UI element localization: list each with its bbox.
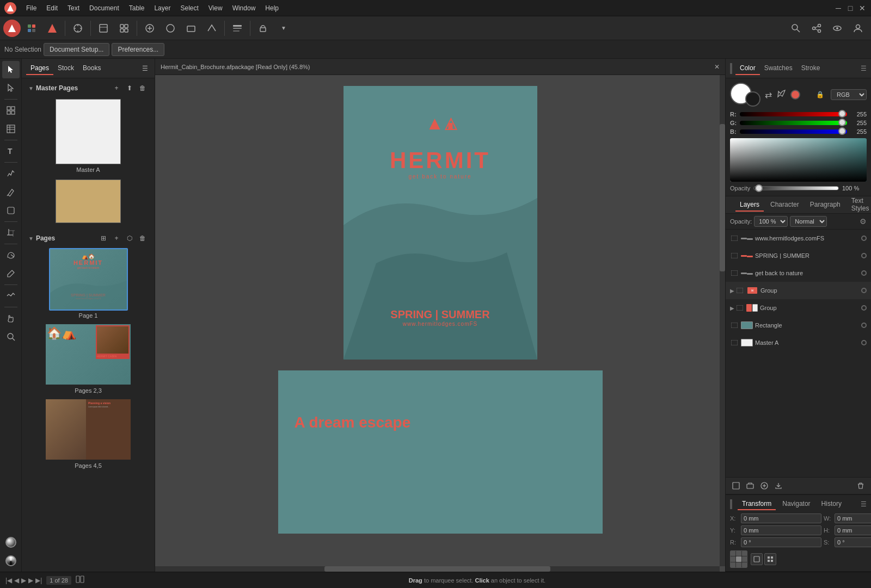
preferences-button[interactable]: Preferences...	[112, 43, 164, 56]
first-page-btn[interactable]: |◀	[5, 577, 12, 584]
color-panel-menu[interactable]: ☰	[861, 65, 867, 72]
fill-tool[interactable]	[2, 246, 20, 264]
pages-scroll-area[interactable]: ▼ Master Pages + ⬆ 🗑 Master A ▼ Pages	[22, 78, 155, 572]
menu-layer[interactable]: Layer	[150, 2, 175, 14]
layer-vis-tagline[interactable]	[730, 269, 739, 277]
g-slider[interactable]	[740, 121, 847, 125]
view-btn[interactable]	[827, 18, 847, 38]
text-flow-btn[interactable]	[228, 18, 247, 38]
duplicate-page-btn[interactable]: ⬡	[124, 233, 135, 244]
layer-dot-url[interactable]	[861, 236, 867, 241]
layer-item-tagline[interactable]: get back to nature	[726, 264, 871, 282]
r-rotation-input[interactable]	[741, 537, 821, 547]
pen-tool[interactable]	[2, 165, 20, 182]
view-pages-btn[interactable]: ⊞	[98, 233, 109, 244]
b-slider[interactable]	[740, 129, 847, 134]
origin-tc[interactable]	[736, 551, 741, 556]
grid-tool[interactable]	[2, 102, 20, 119]
hand-tool[interactable]	[2, 310, 20, 327]
close-button[interactable]: ✕	[858, 4, 867, 13]
pages-45-item[interactable]: Planning a vision Lorem ipsum dolor sit …	[24, 396, 152, 471]
layer-vis-group-hermit[interactable]	[735, 286, 744, 295]
pages-panel-menu[interactable]: ☰	[139, 63, 150, 74]
layers-blend-select[interactable]: Normal Multiply Screen	[790, 216, 827, 227]
layer-item-url[interactable]: www.hermitlodges.comFS	[726, 230, 871, 247]
spread-view-icon[interactable]	[76, 575, 84, 585]
import-layer-btn[interactable]	[758, 480, 770, 492]
lock-icon[interactable]: 🔒	[816, 91, 824, 98]
lock-guides-btn[interactable]	[253, 18, 273, 38]
gradient-tool[interactable]	[2, 552, 20, 570]
layer-dot-tagline[interactable]	[861, 270, 867, 276]
canvas-scroll-area[interactable]: HERMIT get back to nature SPRING | SUMME…	[155, 75, 725, 572]
vector-btn[interactable]	[202, 18, 222, 38]
menu-text[interactable]: Text	[63, 2, 84, 14]
panel-collapse-btn[interactable]	[730, 63, 732, 74]
menu-select[interactable]: Select	[176, 2, 203, 14]
outline-view-btn[interactable]	[751, 553, 763, 565]
menu-help[interactable]: Help	[261, 2, 283, 14]
layer-vis-rectangle[interactable]	[730, 321, 739, 330]
origin-tl[interactable]	[731, 551, 735, 556]
zoom-btn[interactable]	[2, 328, 20, 345]
circle-btn[interactable]	[161, 18, 180, 38]
transform-panel-menu[interactable]: ☰	[861, 500, 867, 508]
select-tool[interactable]	[2, 61, 20, 78]
layer-dot-spring[interactable]	[861, 253, 867, 258]
paragraph-tab[interactable]: Paragraph	[806, 199, 845, 212]
transform-tab[interactable]: Transform	[738, 498, 776, 510]
books-tab[interactable]: Books	[78, 62, 105, 75]
pages-section-header[interactable]: ▼ Pages ⊞ + ⬡ 🗑	[24, 231, 152, 246]
canvas-page-1[interactable]: HERMIT get back to nature SPRING | SUMME…	[344, 86, 537, 360]
layer-item-rectangle[interactable]: Rectangle	[726, 317, 871, 334]
menu-edit[interactable]: Edit	[42, 2, 62, 14]
canvas-close-button[interactable]: ✕	[714, 63, 720, 71]
affinity-logo-btn[interactable]	[3, 20, 21, 37]
x-input[interactable]	[741, 513, 821, 523]
share-btn[interactable]	[807, 18, 826, 38]
layer-item-spring[interactable]: SPRING | SUMMER	[726, 247, 871, 264]
background-swatch[interactable]	[745, 91, 760, 107]
snapping-btn[interactable]	[68, 18, 88, 38]
color-mode-select[interactable]: RGB CMYK HSL	[831, 89, 867, 100]
text-styles-tab[interactable]: Text Styles	[847, 196, 871, 215]
view-mode-btn[interactable]	[114, 18, 134, 38]
master-a-item[interactable]: Master A	[24, 96, 152, 176]
layer-vis-url[interactable]	[730, 234, 739, 243]
page-1-item[interactable]: ⛺🏠 HERMIT get back to nature SPRING | SU…	[24, 246, 152, 321]
origin-selector[interactable]	[730, 550, 747, 568]
origin-ml[interactable]	[731, 556, 735, 561]
group-image-expand-arrow[interactable]: ▶	[730, 305, 734, 311]
canvas-h-scrollbar[interactable]	[155, 566, 720, 572]
origin-br[interactable]	[742, 562, 747, 567]
eyedropper-tool[interactable]	[2, 265, 20, 282]
origin-bl[interactable]	[731, 562, 735, 567]
delete-page-btn[interactable]: 🗑	[137, 233, 148, 244]
canvas-v-scrollbar[interactable]	[720, 75, 725, 566]
delete-layer-btn[interactable]	[855, 480, 867, 492]
layer-item-master-a[interactable]: Master A	[726, 334, 871, 351]
origin-mc[interactable]	[736, 556, 741, 561]
import-master-btn[interactable]: ⬆	[124, 83, 135, 94]
layer-dot-group-image[interactable]	[861, 305, 867, 311]
layer-dot-group-hermit[interactable]	[861, 288, 867, 293]
eyedropper-color-btn[interactable]	[776, 89, 786, 101]
pages-23-item[interactable]: 🏠⛺ HERMIT CABIN Pages 2,3	[24, 321, 152, 396]
history-tab[interactable]: History	[817, 498, 846, 510]
stroke-tab[interactable]: Stroke	[797, 62, 825, 75]
origin-tr[interactable]	[742, 551, 747, 556]
origin-mr[interactable]	[742, 556, 747, 561]
h-input[interactable]	[835, 525, 871, 535]
zoom-tool[interactable]	[2, 287, 20, 305]
add-master-btn[interactable]: +	[111, 83, 122, 94]
rect-btn[interactable]	[181, 18, 201, 38]
layer-vis-group-image[interactable]	[735, 304, 744, 312]
create-group-btn[interactable]	[730, 480, 742, 492]
add-layer-btn[interactable]	[744, 480, 756, 492]
r-slider[interactable]	[740, 112, 847, 116]
master-pages-section-header[interactable]: ▼ Master Pages + ⬆ 🗑	[24, 81, 152, 96]
account-btn[interactable]	[848, 18, 868, 38]
prev-page-btn[interactable]: ◀	[14, 577, 19, 584]
search-btn[interactable]	[786, 18, 806, 38]
maximize-button[interactable]: □	[846, 4, 855, 13]
